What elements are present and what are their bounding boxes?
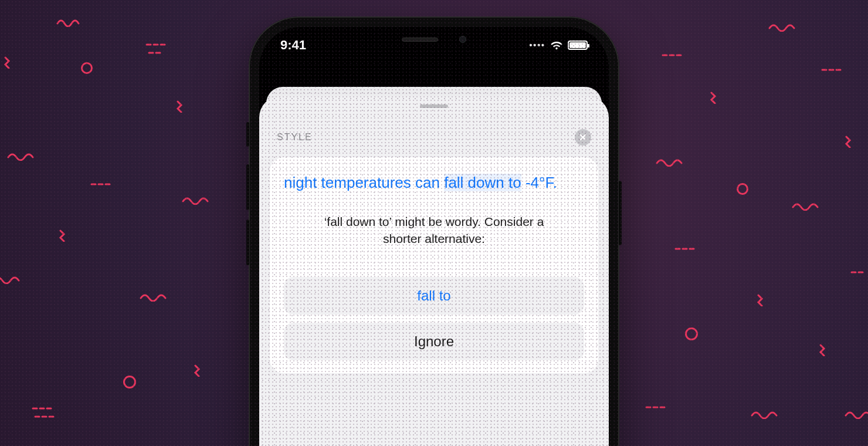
phone-side-button (246, 164, 249, 210)
close-button[interactable] (575, 129, 591, 146)
dash-group-icon (850, 270, 868, 281)
zigzag-icon (845, 135, 857, 148)
squiggle-icon (0, 276, 20, 284)
squiggle-icon (656, 158, 683, 167)
zigzag-icon (710, 91, 723, 104)
wifi-icon (550, 40, 563, 50)
sentence-post: -4°F. (521, 174, 557, 191)
camera-icon (459, 36, 466, 43)
sentence-highlight: fall down to (444, 174, 521, 191)
sentence-pre: night temperatures can (284, 174, 444, 191)
flagged-sentence: night temperatures can fall down to -4°F… (284, 173, 584, 193)
squiggle-icon (7, 153, 35, 161)
zigzag-icon (194, 364, 206, 377)
squiggle-icon (792, 202, 819, 211)
squiggle-icon (56, 18, 83, 27)
zigzag-icon (757, 293, 769, 306)
dash-group-icon (662, 53, 683, 63)
background: 9:41 •••• STYLE (0, 0, 868, 446)
zigzag-icon (176, 100, 189, 113)
squiggle-icon (182, 197, 210, 205)
phone-screen: 9:41 •••• STYLE (259, 27, 609, 446)
zigzag-icon (819, 343, 832, 356)
dash-group-icon (674, 246, 696, 257)
dash-group-icon (821, 67, 842, 78)
phone-side-button (246, 122, 249, 147)
zigzag-icon (4, 56, 16, 69)
status-bar: 9:41 •••• (259, 27, 609, 63)
dash-group-icon (32, 405, 57, 423)
squiggle-icon (845, 411, 868, 419)
status-time: 9:41 (280, 38, 306, 53)
ring-icon (123, 376, 136, 388)
ring-icon (685, 327, 698, 340)
sheet-grabber[interactable] (420, 104, 448, 108)
squiggle-icon (140, 293, 168, 302)
close-icon (579, 133, 587, 141)
dash-group-icon (90, 182, 111, 192)
explanation-text: ‘fall down to’ might be wordy. Consider … (311, 213, 557, 248)
phone-notch (358, 27, 510, 52)
zigzag-icon (59, 229, 72, 242)
ignore-button[interactable]: Ignore (284, 323, 584, 360)
battery-icon (568, 40, 588, 50)
bottom-sheet-stack: STYLE night temperatures can fall down t… (259, 87, 609, 446)
squiggle-icon (751, 411, 779, 419)
ignore-label: Ignore (414, 333, 454, 349)
dash-group-icon (645, 405, 666, 415)
apply-suggestion-label: fall to (417, 288, 450, 303)
speaker-icon (402, 38, 438, 42)
cellular-icon: •••• (529, 40, 545, 50)
phone-side-button (619, 181, 622, 245)
phone-side-button (246, 219, 249, 265)
suggestion-card: night temperatures can fall down to -4°F… (270, 157, 598, 373)
ring-icon (737, 183, 748, 195)
category-label: STYLE (277, 132, 313, 143)
ring-icon (81, 62, 93, 74)
sheet-behind (266, 87, 602, 115)
apply-suggestion-button[interactable]: fall to (284, 277, 584, 315)
suggestion-sheet: STYLE night temperatures can fall down t… (259, 96, 609, 446)
phone-frame: 9:41 •••• STYLE (249, 16, 619, 446)
dash-group-icon (145, 41, 167, 59)
squiggle-icon (768, 23, 795, 32)
